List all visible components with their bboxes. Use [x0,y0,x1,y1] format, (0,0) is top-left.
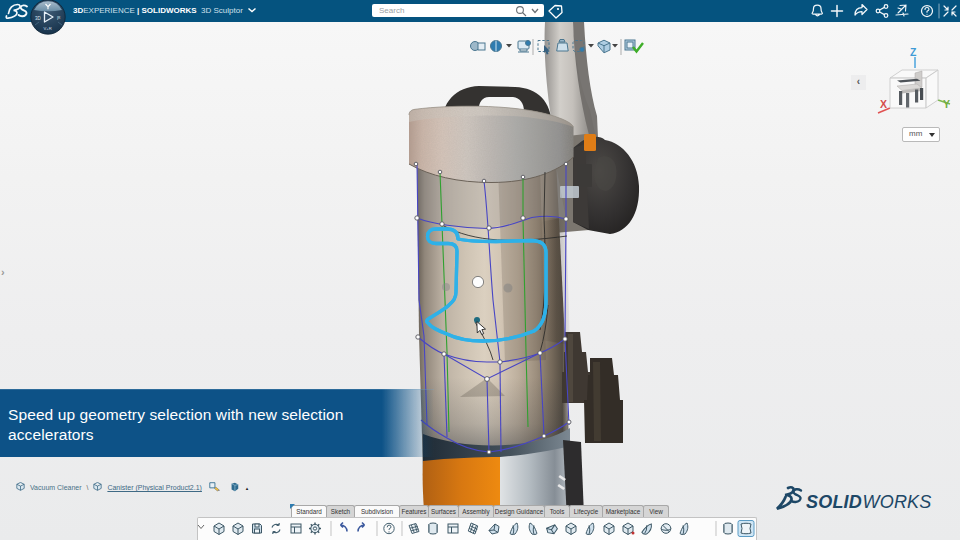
svg-text:SOLID: SOLID [806,492,862,512]
svg-text:V+R: V+R [44,26,52,31]
svg-text:WORKS: WORKS [863,492,932,512]
svg-text:Z: Z [910,46,917,58]
svg-text:Iᴿ: Iᴿ [57,16,60,21]
svg-text:X: X [880,98,887,110]
svg-text:Y: Y [943,98,950,110]
svg-text:3D: 3D [35,16,42,21]
